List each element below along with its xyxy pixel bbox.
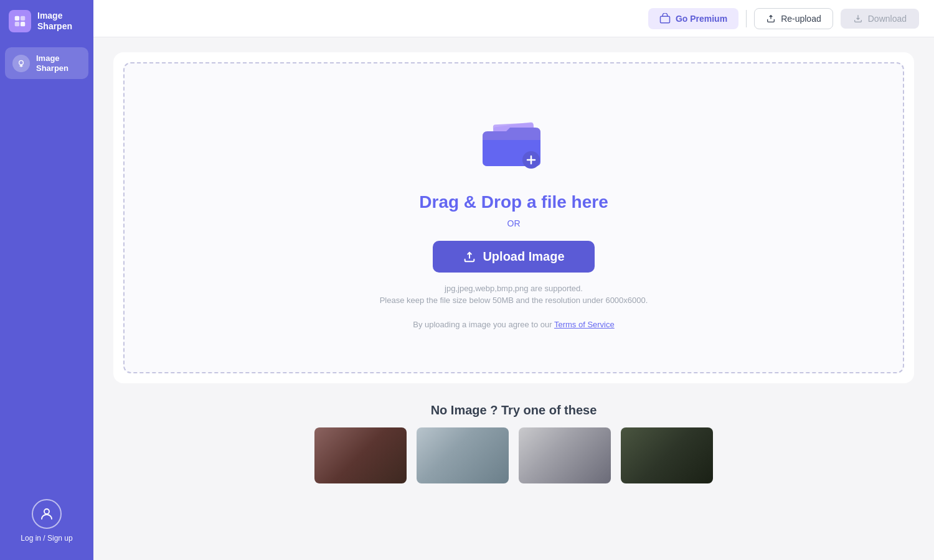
sample-image-1[interactable]: [314, 427, 407, 483]
sample-image-3[interactable]: [519, 427, 611, 483]
tos-prefix: By uploading a image you agree to our: [413, 320, 554, 329]
drop-zone[interactable]: Drag & Drop a file here OR Upload Image …: [123, 62, 904, 373]
samples-title: No Image ? Try one of these: [113, 403, 914, 418]
svg-point-4: [19, 60, 24, 65]
sidebar: Image Sharpen Image Sharpen Log in / Sig…: [0, 0, 93, 560]
reupload-button[interactable]: Re-upload: [754, 8, 833, 29]
upload-folder-icon: [476, 113, 551, 175]
upload-image-button[interactable]: Upload Image: [433, 241, 594, 273]
svg-rect-1: [21, 16, 25, 21]
logo-line1: Image: [37, 11, 62, 21]
svg-rect-3: [21, 22, 25, 26]
svg-rect-6: [660, 16, 669, 23]
logo-line2: Sharpen: [37, 21, 72, 31]
drop-zone-outer: Drag & Drop a file here OR Upload Image …: [113, 52, 914, 383]
reupload-label: Re-upload: [781, 14, 821, 24]
terms-of-service-link[interactable]: Terms of Service: [554, 320, 615, 329]
login-avatar-icon: [32, 499, 62, 529]
terms-of-service-text: By uploading a image you agree to our Te…: [413, 320, 615, 329]
go-premium-button[interactable]: Go Premium: [648, 8, 738, 29]
download-label: Download: [868, 14, 907, 24]
logo-area: Image Sharpen: [0, 0, 93, 42]
supported-formats-text: jpg,jpeg,webp,bmp,png are supported.: [445, 284, 583, 293]
download-button[interactable]: Download: [841, 9, 919, 29]
go-premium-label: Go Premium: [676, 14, 727, 24]
login-label: Log in / Sign up: [21, 534, 72, 543]
size-limit-text: Please keep the file size below 50MB and…: [380, 296, 648, 305]
svg-rect-0: [15, 16, 19, 21]
nav-item-label: Image Sharpen: [36, 54, 68, 73]
upload-btn-label: Upload Image: [483, 250, 564, 264]
sample-image-2[interactable]: [417, 427, 509, 483]
header-divider: [746, 10, 747, 27]
upload-section: Drag & Drop a file here OR Upload Image …: [93, 37, 934, 393]
login-area[interactable]: Log in / Sign up: [0, 499, 93, 543]
header: Go Premium Re-upload Download: [93, 0, 934, 37]
image-sharpen-nav-icon: [12, 55, 30, 72]
nav-item-image-sharpen[interactable]: Image Sharpen: [5, 47, 88, 79]
samples-section: No Image ? Try one of these: [93, 393, 934, 498]
logo-text: Image Sharpen: [37, 11, 72, 32]
svg-rect-2: [15, 22, 19, 26]
logo-icon: [9, 10, 31, 32]
samples-grid: [113, 427, 914, 483]
drag-drop-text: Drag & Drop a file here: [419, 192, 608, 212]
sample-image-4[interactable]: [621, 427, 713, 483]
svg-point-5: [44, 509, 49, 514]
main-content: Go Premium Re-upload Download: [93, 0, 934, 560]
or-text: OR: [507, 218, 521, 228]
